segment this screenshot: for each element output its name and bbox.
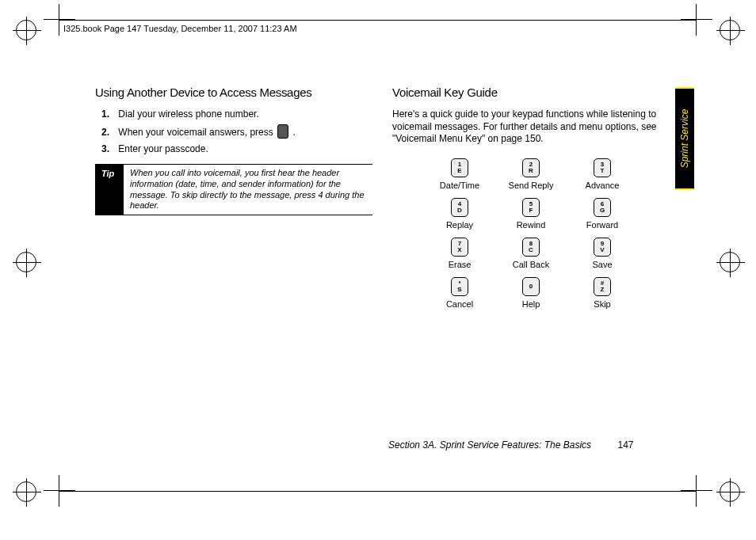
keypad-key-icon: 7X [451,238,468,257]
keypad-key-icon: 9V [594,238,611,257]
crop-line [59,20,697,21]
step-text: Dial your wireless phone number. [118,108,258,120]
section-side-tab: Sprint Service [675,87,694,190]
keypad-cell: 2RSend Reply [495,158,567,190]
keypad-key-icon: 3T [594,158,611,177]
keypad-cell: 6GForward [567,198,638,230]
keypad-key-label: Call Back [495,260,567,269]
keypad-cell: 0Help [495,277,567,309]
page-header-meta: I325.book Page 147 Tuesday, December 11,… [63,24,297,33]
registration-mark-icon [16,252,36,272]
keypad-key-icon: 2R [522,158,540,177]
keypad-cell: 8CCall Back [495,238,567,269]
footer-page-number: 147 [617,439,633,451]
keypad-cell: 3TAdvance [567,158,638,190]
key-guide-intro: Here's a quick guide to your keypad func… [392,108,670,146]
section-side-tab-label: Sprint Service [679,109,690,169]
steps-list: 1. Dial your wireless phone number. 2. W… [95,108,372,154]
tip-text: When you call into voicemail, you first … [124,164,372,215]
keypad-cell: 4DReplay [424,198,495,230]
footer-section: Section 3A. Sprint Service Features: The… [388,439,591,451]
registration-mark-icon [16,20,36,40]
step-2: 2. When your voicemail answers, press . [101,124,372,139]
keypad-cell: 7XErase [424,238,495,269]
keypad-key-icon: 8C [522,238,540,257]
keypad-key-label: Skip [567,299,638,309]
step-number: 1. [101,108,116,120]
keypad-key-icon: #Z [594,277,611,296]
keypad-key-label: Replay [424,220,495,230]
step-number: 3. [101,143,116,154]
registration-mark-icon [16,481,36,502]
keypad-cell: 9VSave [567,238,638,269]
keypad-key-icon: 6G [594,198,611,217]
keypad-key-label: Rewind [495,220,567,230]
keypad-cell: 5FRewind [495,198,567,230]
keypad-key-icon: *S [451,277,468,296]
keypad-key-label: Advance [567,181,638,190]
tip-box: Tip When you call into voicemail, you fi… [95,164,372,215]
keypad-key-label: Send Reply [495,181,567,190]
star-key-icon [277,124,288,139]
page-footer: Section 3A. Sprint Service Features: The… [388,439,634,451]
registration-mark-icon [720,252,740,272]
tip-label: Tip [95,164,124,215]
keypad-grid: 1EDate/Time2RSend Reply3TAdvance4DReplay… [392,158,670,309]
heading-key-guide: Voicemail Key Guide [392,86,670,99]
keypad-key-icon: 5F [522,198,540,217]
keypad-key-label: Date/Time [424,181,495,190]
keypad-key-label: Help [495,299,567,309]
registration-mark-icon [720,481,740,502]
keypad-cell: *SCancel [424,277,495,309]
step-1: 1. Dial your wireless phone number. [101,108,372,120]
step-3: 3. Enter your passcode. [101,143,372,154]
keypad-cell: 1EDate/Time [424,158,495,190]
keypad-key-label: Forward [567,220,638,230]
crop-line [59,491,697,492]
keypad-cell: #ZSkip [567,277,638,309]
keypad-key-label: Erase [424,260,495,269]
keypad-key-label: Cancel [424,299,495,309]
heading-access-messages: Using Another Device to Access Messages [95,86,372,99]
step-text-before: When your voicemail answers, press [118,127,276,138]
left-column: Using Another Device to Access Messages … [95,86,372,215]
step-number: 2. [101,127,116,138]
keypad-key-icon: 0 [522,277,540,296]
keypad-key-icon: 1E [451,158,468,177]
step-text-after: . [292,127,295,138]
keypad-key-icon: 4D [451,198,468,217]
right-column: Voicemail Key Guide Here's a quick guide… [392,86,670,309]
keypad-key-label: Save [567,260,638,269]
registration-mark-icon [720,20,740,40]
step-text: Enter your passcode. [118,143,208,154]
